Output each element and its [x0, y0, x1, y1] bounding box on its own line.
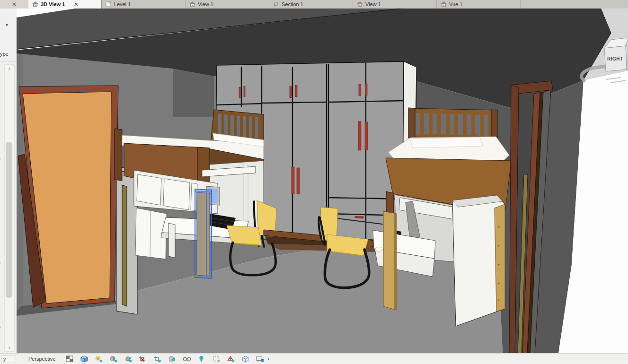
view-tab-vue-1[interactable]: Vue 1 — [437, 0, 521, 9]
properties-panel-sliver: ▼ ype ∧ ∨ » » » — [0, 9, 17, 354]
sheet-icon — [106, 1, 112, 7]
close-icon: ✕ — [12, 1, 17, 8]
view-control-icons — [65, 355, 265, 363]
right-headboard-slats — [416, 113, 488, 136]
house-icon — [441, 1, 447, 7]
sun-path-icon[interactable] — [94, 355, 103, 363]
scroll-up-button[interactable]: ∧ — [4, 64, 15, 73]
view-tab-view-1[interactable]: View 1 — [186, 0, 269, 9]
mouse — [376, 247, 382, 251]
row-chevron-icon[interactable]: » — [0, 260, 1, 265]
3d-canvas[interactable]: RIGHT — [17, 9, 628, 354]
reveal-hidden-elements-icon[interactable] — [197, 355, 206, 363]
chevron-down-icon[interactable]: ▼ — [5, 23, 9, 27]
lock-3d-view-icon[interactable] — [168, 355, 177, 363]
house-icon — [32, 1, 38, 7]
selected-column[interactable] — [195, 189, 212, 278]
view-tab-label: Section 1 — [282, 1, 303, 7]
view-tab-label: Level 1 — [114, 1, 131, 7]
render-icon[interactable] — [124, 355, 133, 363]
house-icon — [189, 1, 195, 7]
house-icon — [357, 1, 363, 7]
divider — [0, 61, 17, 62]
view-tab-level-1[interactable]: Level 1 — [102, 0, 186, 9]
view-tab-label: 3D View 1 — [41, 1, 65, 7]
bottom-fragment: y — [3, 356, 6, 362]
scroll-down-button[interactable]: ∨ — [4, 343, 15, 352]
view-tab-bar: ✕ 3D View 1✕Level 1View 1Section 1View 1… — [0, 0, 628, 9]
visual-style-icon[interactable] — [80, 355, 88, 363]
scrollbar-thumb[interactable] — [6, 142, 12, 298]
row-chevron-icon[interactable]: » — [0, 324, 1, 329]
crop-view-icon[interactable] — [138, 355, 147, 363]
row-chevron-icon[interactable]: » — [0, 156, 1, 161]
reveal-constraints-icon[interactable] — [256, 355, 265, 363]
view-scale-label[interactable]: Perspective — [28, 356, 55, 362]
tall-cabinet[interactable] — [452, 195, 505, 326]
section-icon — [273, 1, 279, 7]
view-control-bar: y Perspective ‹ — [0, 353, 628, 364]
bottom-fragment-box[interactable]: y — [1, 355, 16, 363]
crop-region-icon[interactable] — [153, 355, 162, 363]
chevron-down-icon: ∨ — [8, 345, 11, 350]
view-tab-section-1[interactable]: Section 1 — [269, 0, 353, 9]
panel-close-button[interactable]: ✕ — [0, 0, 28, 9]
viewcube-face-label: RIGHT — [607, 56, 623, 61]
view-tabs: 3D View 1✕Level 1View 1Section 1View 1Vu… — [28, 0, 521, 9]
entry-door[interactable] — [18, 86, 118, 308]
wall-shadow-patch — [173, 68, 214, 117]
close-icon[interactable]: ✕ — [74, 1, 78, 8]
temporary-view-properties-icon[interactable] — [212, 355, 221, 363]
chevron-up-icon: ∧ — [8, 67, 11, 71]
type-label-fragment: ype — [0, 51, 9, 57]
displacement-sets-icon[interactable] — [241, 355, 250, 363]
view-tab-label: View 1 — [198, 1, 213, 7]
temporary-hide-isolate-icon[interactable] — [182, 355, 191, 363]
chevron-left-icon[interactable]: ‹ — [267, 355, 269, 362]
detail-level-icon[interactable] — [65, 355, 74, 363]
view-tab-label: View 1 — [365, 1, 381, 7]
shadows-icon[interactable] — [109, 355, 118, 363]
view-tab-3d-view-1[interactable]: 3D View 1✕ — [28, 0, 102, 9]
view-tab-view-1[interactable]: View 1 — [353, 0, 437, 9]
view-tab-label: Vue 1 — [449, 1, 462, 7]
analytical-model-icon[interactable] — [226, 355, 235, 363]
